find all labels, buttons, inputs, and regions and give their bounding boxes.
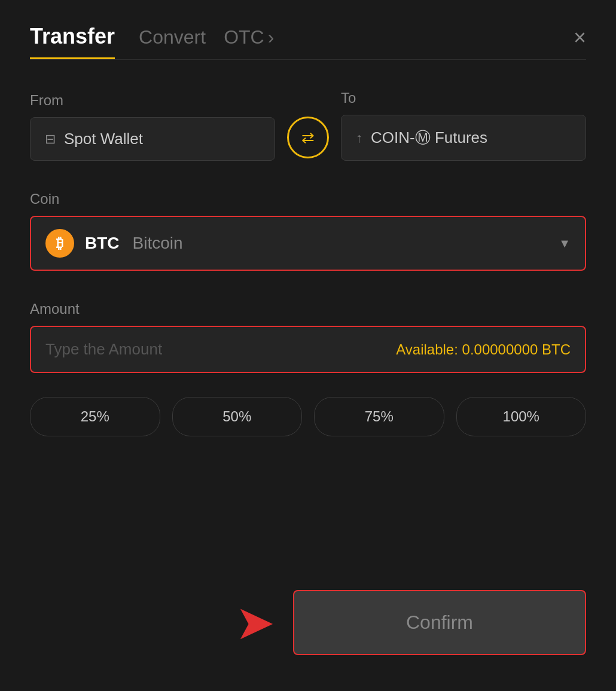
chevron-down-icon: ▼ [559, 237, 571, 250]
pct-25-button[interactable]: 25% [30, 397, 160, 436]
modal-header: Transfer Convert OTC › × [30, 24, 586, 59]
arrow-indicator: ➤ [235, 599, 275, 647]
to-label: To [341, 90, 586, 106]
close-button[interactable]: × [574, 27, 586, 57]
amount-section: Amount Type the Amount Available: 0.0000… [30, 301, 586, 373]
coin-full-name: Bitcoin [133, 234, 183, 253]
swap-button[interactable]: ⇄ [287, 117, 329, 158]
amount-label: Amount [30, 301, 80, 317]
pct-75-button[interactable]: 75% [314, 397, 444, 436]
amount-available: Available: 0.00000000 BTC [396, 341, 571, 358]
available-value: 0.00000000 BTC [462, 341, 571, 357]
to-column: To ↑ COIN-Ⓜ Futures [341, 90, 586, 161]
confirm-area: ➤ Confirm [30, 590, 586, 655]
coin-section: Coin ₿ BTC Bitcoin ▼ [30, 191, 586, 271]
swap-icon: ⇄ [301, 129, 315, 147]
to-wallet-label: COIN-Ⓜ Futures [371, 127, 487, 148]
amount-placeholder: Type the Amount [45, 340, 162, 359]
chevron-right-icon: › [268, 26, 275, 48]
coin-ticker: BTC [85, 234, 120, 253]
pct-50-button[interactable]: 50% [172, 397, 303, 436]
btc-icon: ₿ [45, 229, 74, 258]
to-wallet-select[interactable]: ↑ COIN-Ⓜ Futures [341, 115, 586, 161]
from-wallet-label: Spot Wallet [64, 130, 143, 148]
tab-convert[interactable]: Convert [139, 26, 206, 57]
tab-otc[interactable]: OTC › [224, 26, 274, 57]
tab-transfer[interactable]: Transfer [30, 24, 115, 59]
from-wallet-select[interactable]: ⊟ Spot Wallet [30, 117, 275, 161]
from-label: From [30, 92, 275, 109]
available-label: Available: [396, 341, 458, 357]
header-divider [30, 59, 586, 60]
percent-row: 25% 50% 75% 100% [30, 397, 586, 436]
coin-dropdown[interactable]: ₿ BTC Bitcoin ▼ [30, 216, 586, 271]
amount-input-box[interactable]: Type the Amount Available: 0.00000000 BT… [30, 326, 586, 373]
transfer-modal: Transfer Convert OTC › × From ⊟ Spot Wal… [0, 0, 616, 691]
confirm-button[interactable]: Confirm [293, 590, 586, 655]
futures-icon: ↑ [356, 130, 362, 146]
from-to-section: From ⊟ Spot Wallet ⇄ To ↑ COIN-Ⓜ Futures [30, 90, 586, 161]
from-column: From ⊟ Spot Wallet [30, 92, 275, 161]
coin-label: Coin [30, 191, 59, 207]
wallet-icon: ⊟ [45, 132, 56, 147]
tab-otc-label: OTC [224, 26, 264, 48]
pct-100-button[interactable]: 100% [456, 397, 587, 436]
